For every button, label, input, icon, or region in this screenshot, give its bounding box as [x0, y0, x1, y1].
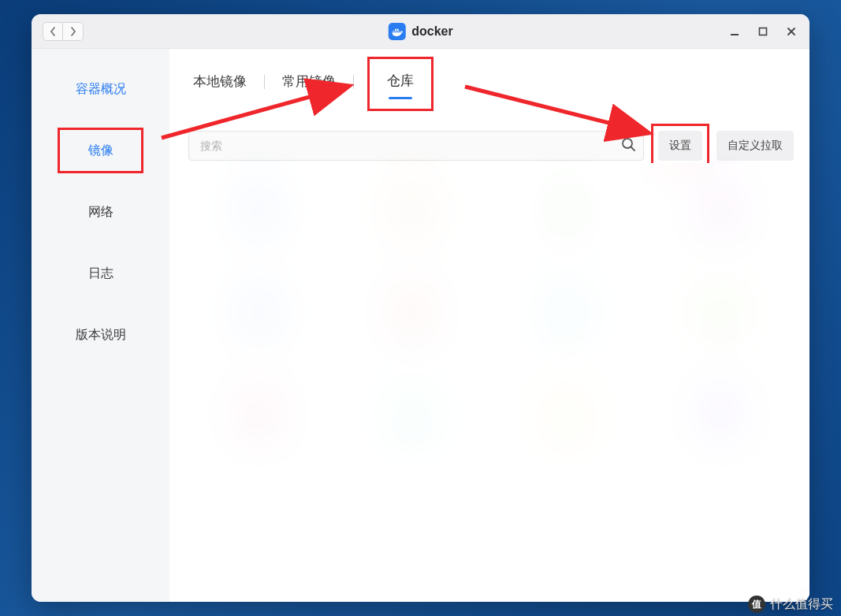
search-input[interactable]: [188, 131, 644, 161]
toolbar: 设置 自定义拉取: [169, 109, 809, 163]
svg-rect-0: [731, 34, 739, 35]
tab-bar: 本地镜像 常用镜像 仓库: [169, 49, 809, 109]
divider: [353, 75, 354, 89]
nav-button-group: [43, 22, 84, 41]
app-title: docker: [411, 24, 452, 39]
sidebar-item-logs[interactable]: 日志: [32, 250, 169, 296]
docker-icon: [388, 23, 405, 40]
sidebar-item-label: 日志: [88, 265, 113, 282]
watermark: 值 什么值得买: [748, 596, 833, 613]
sidebar-item-label: 容器概况: [76, 81, 126, 98]
divider: [264, 75, 265, 89]
search-box: [188, 131, 644, 161]
tab-repository[interactable]: 仓库: [387, 65, 414, 96]
tab-label: 仓库: [387, 73, 414, 88]
titlebar: docker: [32, 14, 809, 49]
sidebar-item-label: 网络: [88, 204, 113, 221]
back-button[interactable]: [43, 22, 63, 41]
search-icon[interactable]: [620, 136, 636, 155]
sidebar-item-network[interactable]: 网络: [32, 189, 169, 235]
annotation-highlight-settings: 设置: [651, 124, 709, 168]
sidebar-item-label: 版本说明: [76, 327, 126, 343]
settings-button[interactable]: 设置: [658, 131, 702, 161]
window-controls: [728, 24, 798, 39]
maximize-button[interactable]: [756, 24, 770, 39]
title-group: docker: [388, 23, 452, 40]
custom-pull-button[interactable]: 自定义拉取: [716, 131, 794, 161]
sidebar-item-container-overview[interactable]: 容器概况: [32, 66, 169, 112]
content-area: 容器概况 镜像 网络 日志 版本说明 本地镜像 常用镜像: [32, 49, 809, 602]
tab-common-images[interactable]: 常用镜像: [282, 66, 336, 97]
blur-overlay: [169, 163, 809, 602]
app-window: docker 容器概况 镜像 网络 日志: [32, 14, 809, 602]
svg-rect-1: [760, 28, 767, 35]
sidebar-item-label: 镜像: [88, 143, 113, 159]
forward-button[interactable]: [63, 22, 84, 41]
annotation-highlight-tab: 仓库: [367, 57, 434, 111]
close-button[interactable]: [784, 24, 798, 39]
tab-label: 常用镜像: [282, 74, 336, 89]
results-area: [169, 163, 809, 602]
tab-local-images[interactable]: 本地镜像: [193, 66, 247, 97]
tab-label: 本地镜像: [193, 74, 247, 89]
minimize-button[interactable]: [728, 24, 742, 39]
svg-point-2: [623, 139, 632, 148]
sidebar: 容器概况 镜像 网络 日志 版本说明: [32, 49, 169, 602]
chevron-left-icon: [50, 27, 56, 36]
watermark-badge: 值: [748, 596, 765, 613]
chevron-right-icon: [70, 27, 76, 36]
sidebar-item-images[interactable]: 镜像: [58, 128, 143, 173]
main-panel: 本地镜像 常用镜像 仓库: [169, 49, 809, 602]
sidebar-item-version-notes[interactable]: 版本说明: [32, 312, 169, 358]
watermark-text: 什么值得买: [770, 596, 833, 613]
